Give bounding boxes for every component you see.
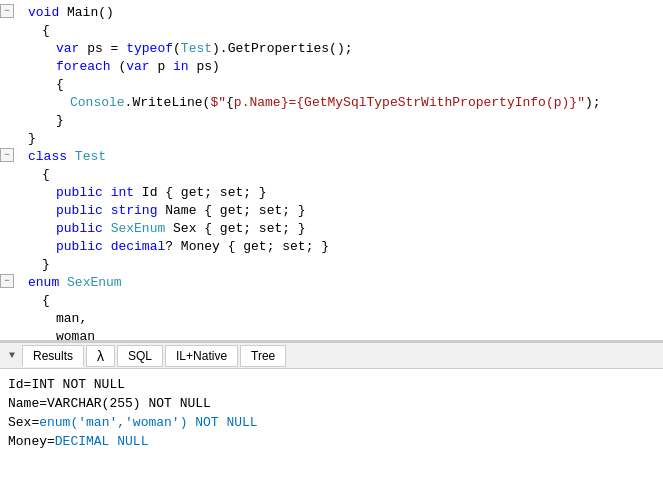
bottom-panel: ▼ Results λ SQL IL+Native Tree Id=INT NO… xyxy=(0,341,663,501)
code-line: public int Id { get; set; } xyxy=(0,184,663,202)
code-content: foreach (var p in ps) xyxy=(28,58,663,76)
code-line: } xyxy=(0,256,663,274)
code-content: public SexEnum Sex { get; set; } xyxy=(28,220,663,238)
code-line: public decimal? Money { get; set; } xyxy=(0,238,663,256)
tab-results[interactable]: Results xyxy=(22,345,84,367)
code-line: { xyxy=(0,292,663,310)
code-line: } xyxy=(0,130,663,148)
collapse-button[interactable]: − xyxy=(0,4,14,18)
code-content: } xyxy=(28,256,663,274)
code-content: man, xyxy=(28,310,663,328)
code-line: public SexEnum Sex { get; set; } xyxy=(0,220,663,238)
code-line: −void Main() xyxy=(0,4,663,22)
tab-il-native[interactable]: IL+Native xyxy=(165,345,238,367)
tab-bar: ▼ Results λ SQL IL+Native Tree xyxy=(0,343,663,369)
result-line: Money=DECIMAL NULL xyxy=(8,432,655,451)
results-area: Id=INT NOT NULLName=VARCHAR(255) NOT NUL… xyxy=(0,369,663,501)
code-line: var ps = typeof(Test).GetProperties(); xyxy=(0,40,663,58)
code-line: −class Test xyxy=(0,148,663,166)
code-content: public decimal? Money { get; set; } xyxy=(28,238,663,256)
code-line: man, xyxy=(0,310,663,328)
code-line: public string Name { get; set; } xyxy=(0,202,663,220)
collapse-button[interactable]: − xyxy=(0,148,14,162)
code-content: public string Name { get; set; } xyxy=(28,202,663,220)
tab-sql[interactable]: SQL xyxy=(117,345,163,367)
code-content: } xyxy=(28,112,663,130)
collapse-button[interactable]: − xyxy=(0,274,14,288)
tab-arrow-icon[interactable]: ▼ xyxy=(4,346,20,366)
gutter: − xyxy=(0,274,28,288)
code-content: public int Id { get; set; } xyxy=(28,184,663,202)
code-line: Console.WriteLine($"{p.Name}={GetMySqlTy… xyxy=(0,94,663,112)
code-content: var ps = typeof(Test).GetProperties(); xyxy=(28,40,663,58)
result-line: Name=VARCHAR(255) NOT NULL xyxy=(8,394,655,413)
gutter: − xyxy=(0,4,28,18)
result-line: Sex=enum('man','woman') NOT NULL xyxy=(8,413,655,432)
code-content: { xyxy=(28,76,663,94)
result-line: Id=INT NOT NULL xyxy=(8,375,655,394)
code-line: woman xyxy=(0,328,663,341)
tab-lambda[interactable]: λ xyxy=(86,345,115,367)
code-content: class Test xyxy=(28,148,663,166)
code-content: woman xyxy=(28,328,663,341)
code-content: Console.WriteLine($"{p.Name}={GetMySqlTy… xyxy=(28,94,663,112)
code-content: { xyxy=(28,166,663,184)
code-content: { xyxy=(28,22,663,40)
code-content: enum SexEnum xyxy=(28,274,663,292)
gutter: − xyxy=(0,148,28,162)
code-line: { xyxy=(0,22,663,40)
tab-tree[interactable]: Tree xyxy=(240,345,286,367)
code-content: } xyxy=(28,130,663,148)
code-line: { xyxy=(0,76,663,94)
code-line: −enum SexEnum xyxy=(0,274,663,292)
code-line: } xyxy=(0,112,663,130)
code-line: { xyxy=(0,166,663,184)
code-content: { xyxy=(28,292,663,310)
code-editor: −void Main(){var ps = typeof(Test).GetPr… xyxy=(0,0,663,341)
code-line: foreach (var p in ps) xyxy=(0,58,663,76)
code-content: void Main() xyxy=(28,4,663,22)
